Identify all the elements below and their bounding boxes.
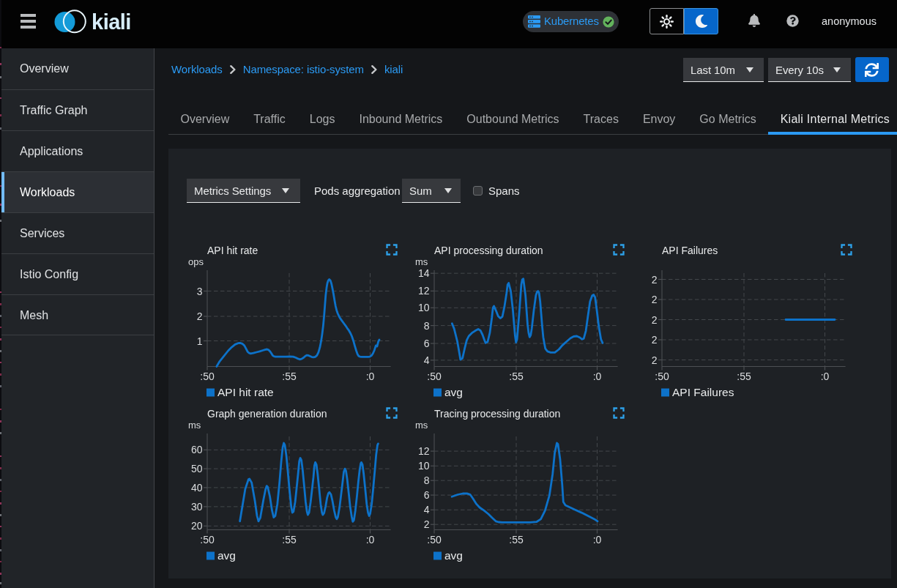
svg-text:2: 2 xyxy=(652,274,658,286)
svg-text:2: 2 xyxy=(652,314,658,326)
svg-text:10: 10 xyxy=(418,460,430,472)
svg-text::0: :0 xyxy=(366,371,375,382)
svg-text:6: 6 xyxy=(424,489,430,501)
svg-text:4: 4 xyxy=(424,504,430,516)
svg-text::0: :0 xyxy=(593,534,602,546)
svg-text:ms: ms xyxy=(415,420,428,431)
svg-text::55: :55 xyxy=(282,371,297,382)
svg-text::55: :55 xyxy=(282,534,297,546)
svg-text::0: :0 xyxy=(366,534,375,546)
svg-text::50: :50 xyxy=(655,371,669,382)
svg-text::55: :55 xyxy=(509,534,524,546)
svg-text:40: 40 xyxy=(191,482,203,494)
svg-text:12: 12 xyxy=(418,445,430,457)
svg-text:ms: ms xyxy=(415,256,428,267)
svg-text::50: :50 xyxy=(200,534,215,546)
svg-text::0: :0 xyxy=(593,371,602,382)
svg-text:10: 10 xyxy=(418,302,430,313)
svg-text:API hit rate: API hit rate xyxy=(217,386,274,398)
svg-text::0: :0 xyxy=(821,371,830,382)
svg-text:2: 2 xyxy=(197,310,203,322)
svg-text:2: 2 xyxy=(652,334,658,346)
svg-text:20: 20 xyxy=(191,520,203,532)
svg-text:avg: avg xyxy=(217,549,236,562)
svg-text::55: :55 xyxy=(509,371,524,382)
svg-text::50: :50 xyxy=(427,534,442,546)
svg-text:30: 30 xyxy=(191,501,203,513)
svg-text:2: 2 xyxy=(424,518,430,530)
svg-text:8: 8 xyxy=(424,475,430,486)
svg-text:12: 12 xyxy=(418,285,430,297)
svg-text:1: 1 xyxy=(197,335,203,347)
svg-text:avg: avg xyxy=(444,549,463,562)
svg-text:ms: ms xyxy=(188,420,201,431)
svg-text:2: 2 xyxy=(652,294,658,305)
svg-text:API Failures: API Failures xyxy=(672,386,734,398)
svg-text:API processing duration: API processing duration xyxy=(434,245,543,256)
svg-text:14: 14 xyxy=(418,267,430,279)
svg-text:8: 8 xyxy=(424,320,430,332)
svg-text::50: :50 xyxy=(427,371,442,382)
svg-text::50: :50 xyxy=(200,371,215,382)
svg-text:4: 4 xyxy=(424,354,430,366)
svg-text::55: :55 xyxy=(737,371,751,382)
svg-text:2: 2 xyxy=(652,354,658,366)
svg-text:ops: ops xyxy=(188,256,204,267)
svg-text:6: 6 xyxy=(424,338,430,349)
svg-text:60: 60 xyxy=(191,444,203,455)
svg-text:3: 3 xyxy=(197,286,203,297)
svg-text:50: 50 xyxy=(191,463,203,475)
svg-text:avg: avg xyxy=(444,386,463,398)
svg-text:Graph generation duration: Graph generation duration xyxy=(207,408,327,420)
svg-text:Tracing processing duration: Tracing processing duration xyxy=(434,408,560,420)
svg-text:API Failures: API Failures xyxy=(662,245,718,256)
svg-text:API hit rate: API hit rate xyxy=(207,245,258,256)
